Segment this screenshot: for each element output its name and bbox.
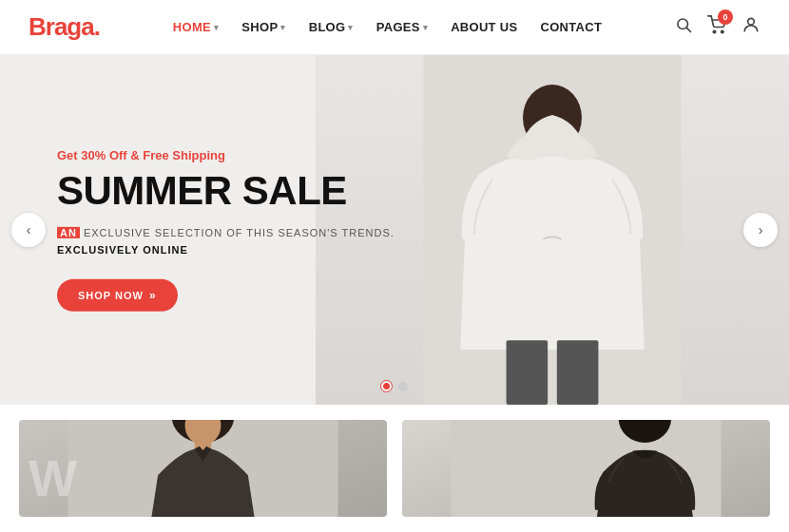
- slider-next-button[interactable]: ›: [743, 213, 778, 247]
- hero-section: Get 30% Off & Free Shipping SUMMER SALE …: [0, 55, 789, 405]
- logo[interactable]: Braga.: [29, 12, 100, 42]
- header-icons: 0: [675, 15, 760, 39]
- slider-prev-button[interactable]: ‹: [11, 213, 46, 247]
- slider-dots: [381, 381, 408, 391]
- card2-background: [402, 420, 770, 517]
- nav-item-home[interactable]: HOME ▾: [173, 20, 220, 34]
- chevron-down-icon: ▾: [423, 23, 428, 32]
- svg-rect-8: [507, 340, 548, 405]
- hero-an-highlight: AN: [57, 227, 80, 238]
- site-header: Braga. HOME ▾ SHOP ▾ BLOG ▾ PAGES ▾ ABOU…: [0, 0, 789, 55]
- cart-badge: 0: [718, 10, 733, 25]
- featured-card-2[interactable]: [402, 420, 770, 517]
- logo-dot: .: [94, 12, 100, 41]
- nav-item-about[interactable]: ABOUT US: [451, 20, 517, 34]
- hero-promo-text: Get 30% Off & Free Shipping: [57, 148, 394, 162]
- featured-card-1[interactable]: W: [19, 420, 387, 517]
- svg-point-4: [748, 18, 755, 25]
- slider-dot-2[interactable]: [398, 382, 408, 391]
- nav-item-contact[interactable]: CONTACT: [540, 20, 602, 34]
- arrow-icon: »: [149, 289, 157, 302]
- chevron-down-icon: ▾: [280, 23, 285, 32]
- search-icon[interactable]: [675, 16, 692, 38]
- shop-now-button[interactable]: SHOP NOW »: [57, 279, 178, 312]
- user-icon[interactable]: [741, 15, 760, 39]
- hero-title: SUMMER SALE: [57, 170, 394, 212]
- chevron-down-icon: ▾: [214, 23, 219, 32]
- slider-dot-1[interactable]: [381, 381, 392, 391]
- svg-point-3: [722, 30, 724, 33]
- main-nav: HOME ▾ SHOP ▾ BLOG ▾ PAGES ▾ ABOUT US CO…: [173, 20, 602, 34]
- featured-section: W: [0, 405, 789, 532]
- svg-rect-9: [557, 340, 599, 405]
- card2-figure: [402, 420, 770, 517]
- chevron-down-icon: ▾: [348, 23, 353, 32]
- card1-letter: W: [29, 452, 77, 504]
- cart-icon[interactable]: 0: [707, 15, 726, 39]
- hero-content: Get 30% Off & Free Shipping SUMMER SALE …: [57, 148, 394, 312]
- logo-text: Braga: [29, 12, 94, 41]
- nav-item-blog[interactable]: BLOG ▾: [309, 20, 354, 34]
- nav-item-pages[interactable]: PAGES ▾: [376, 20, 428, 34]
- nav-item-shop[interactable]: SHOP ▾: [241, 20, 285, 34]
- svg-point-2: [713, 30, 716, 33]
- svg-line-1: [686, 28, 690, 31]
- hero-subtitle: AN EXCLUSIVE SELECTION OF THIS SEASON'S …: [57, 225, 394, 258]
